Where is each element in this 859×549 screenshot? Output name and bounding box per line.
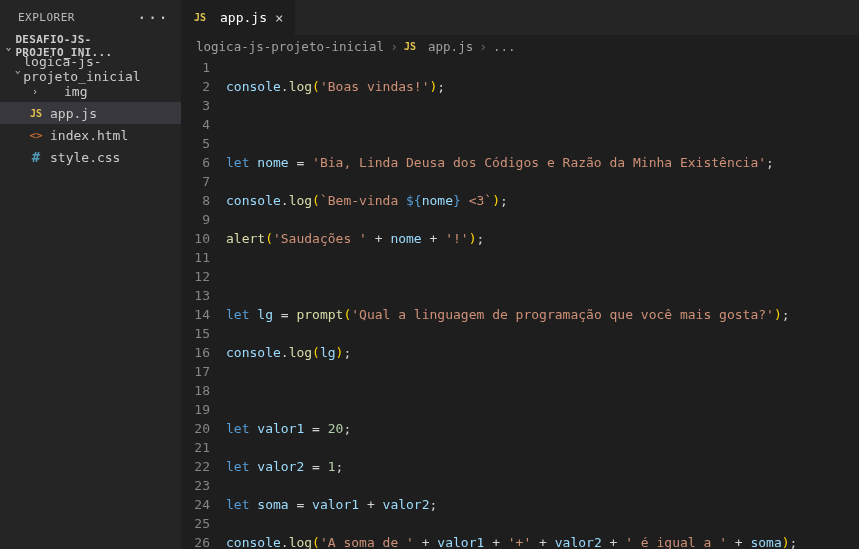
folder-icon [42,83,58,99]
file-tree: ⌄ logica-js-projeto_inicial ›imgJSapp.js… [0,57,181,168]
chevron-down-icon: ⌄ [12,64,23,75]
code-area[interactable]: 1234567891011121314151617181920212223242… [182,57,859,549]
explorer-header: EXPLORER ··· [0,0,181,35]
breadcrumb-segment[interactable]: logica-js-projeto-inicial [196,39,384,54]
tree-item[interactable]: #style.css [0,146,181,168]
explorer-more-icon[interactable]: ··· [137,8,169,27]
tree-folder[interactable]: ⌄ logica-js-projeto_inicial [0,58,181,80]
explorer-title: EXPLORER [18,11,75,24]
breadcrumb-segment[interactable]: ... [493,39,516,54]
breadcrumb-segment[interactable]: app.js [428,39,473,54]
js-icon: JS [192,10,208,26]
tree-label: app.js [50,106,97,121]
tab-bar: JS app.js × [182,0,859,35]
tree-label: img [64,84,87,99]
tab-appjs[interactable]: JS app.js × [182,0,296,35]
sidebar: EXPLORER ··· ⌄ DESAFIO-JS-PROJETO_INI...… [0,0,182,549]
chevron-down-icon: ⌄ [2,41,15,52]
chevron-right-icon: › [28,86,42,97]
css-icon: # [28,149,44,165]
code-content[interactable]: console.log('Boas vindas!'); let nome = … [226,57,859,549]
html-icon: <> [28,127,44,143]
chevron-right-icon: › [479,39,487,54]
breadcrumb[interactable]: logica-js-projeto-inicial › JS app.js › … [182,35,859,57]
line-gutter: 1234567891011121314151617181920212223242… [182,57,226,549]
js-icon: JS [28,105,44,121]
tree-label: style.css [50,150,120,165]
tree-label: index.html [50,128,128,143]
tree-item[interactable]: <>index.html [0,124,181,146]
tab-label: app.js [220,10,267,25]
folder-label: logica-js-projeto_inicial [23,54,181,84]
chevron-right-icon: › [390,39,398,54]
close-icon[interactable]: × [273,10,285,26]
js-icon: JS [404,38,416,54]
tree-item[interactable]: JSapp.js [0,102,181,124]
editor: JS app.js × logica-js-projeto-inicial › … [182,0,859,549]
